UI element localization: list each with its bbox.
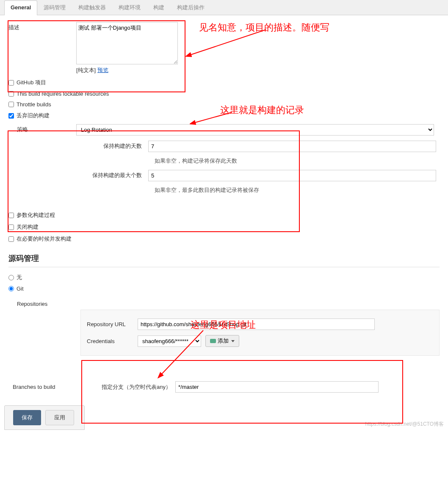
tab-scm[interactable]: 源码管理 [37,0,72,15]
plaintext-label: [纯文本] [76,67,97,73]
branch-spec-label: 指定分支（为空时代表any） [76,383,171,391]
repositories-label: Repositories [8,299,76,307]
tab-postbuild[interactable]: 构建后操作 [171,0,211,15]
preview-link[interactable]: 预览 [97,67,108,73]
credentials-select[interactable]: shaofeng666/****** [138,335,201,347]
discard-checkbox[interactable] [8,113,14,119]
repo-url-label: Repository URL [87,321,138,327]
repository-block: Repository URL Credentials shaofeng666/*… [80,310,440,356]
branch-input[interactable] [175,381,379,393]
credentials-label: Credentials [87,338,138,344]
scm-git-label: Git [17,285,24,292]
param-checkbox[interactable] [8,213,14,218]
tab-triggers[interactable]: 构建触发器 [72,0,112,15]
param-label: 参数化构建过程 [17,211,55,219]
lockable-checkbox[interactable] [8,91,14,97]
lockable-label: This build requires lockable resources [17,91,109,97]
description-label: 描述 [8,22,76,31]
discard-label: 丢弃旧的构建 [17,112,50,119]
days-label: 保持构建的天数 [8,141,148,150]
strategy-select[interactable]: Log Rotation [76,124,434,136]
github-project-checkbox[interactable] [8,80,14,86]
key-icon [210,339,216,343]
throttle-checkbox[interactable] [8,102,14,107]
max-input[interactable] [148,170,436,181]
tab-general[interactable]: General [4,0,37,15]
config-tabs: General 源码管理 构建触发器 构建环境 构建 构建后操作 [0,0,448,15]
footer-bar: 保存 应用 [4,405,85,430]
branches-label: Branches to build [8,384,76,390]
tab-env[interactable]: 构建环境 [112,0,147,15]
save-button[interactable]: 保存 [13,410,41,425]
tab-build[interactable]: 构建 [147,0,171,15]
strategy-label: 策略 [8,124,76,133]
disable-checkbox[interactable] [8,224,14,230]
scm-git-radio[interactable] [8,286,14,291]
disable-label: 关闭构建 [17,223,39,231]
apply-button[interactable]: 应用 [45,410,74,425]
max-help: 如果非空，最多此数目的构建记录将被保存 [8,184,440,197]
max-label: 保持构建的最大个数 [8,170,148,179]
scm-section-title: 源码管理 [8,245,440,267]
throttle-label: Throttle builds [17,101,51,108]
concurrent-label: 在必要的时候并发构建 [17,235,72,243]
github-project-label: GitHub 项目 [17,79,46,86]
description-textarea[interactable]: 测试 部署一个Django项目 [76,22,178,64]
concurrent-checkbox[interactable] [8,236,14,242]
caret-down-icon [231,340,235,342]
days-input[interactable] [148,141,436,152]
days-help: 如果非空，构建记录将保存此天数 [8,155,440,167]
scm-none-label: 无 [17,274,22,281]
repo-url-input[interactable] [138,319,375,330]
scm-none-radio[interactable] [8,275,14,280]
add-credentials-button[interactable]: 添加 [205,335,239,347]
watermark: https://blog.csdn.net/@51CTO博客 [365,421,444,428]
